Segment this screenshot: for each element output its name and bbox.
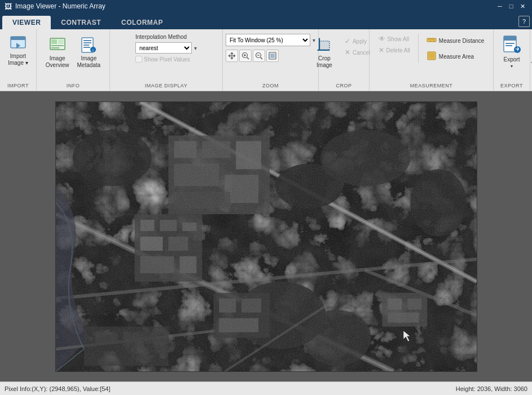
svg-rect-7 [51, 47, 59, 48]
metadata-label: ImageMetadata [77, 55, 100, 69]
import-items: ImportImage ▾ [5, 32, 32, 90]
svg-rect-85 [56, 102, 477, 371]
pan-icon-button[interactable] [226, 50, 238, 62]
delete-all-label: Delete All [386, 47, 410, 54]
interpolation-row: nearest bilinear bicubic ▾ [135, 42, 197, 54]
show-pixel-checkbox[interactable] [135, 56, 142, 63]
interpolation-area: Interpolation Method nearest bilinear bi… [133, 32, 199, 74]
cancel-label: Cancel [353, 50, 370, 56]
app-icon: 🖼 [5, 2, 12, 11]
interpolation-select[interactable]: nearest bilinear bicubic [135, 42, 192, 54]
title-bar-controls: ─ □ ✕ [495, 2, 527, 11]
cancel-button[interactable]: ✕ Cancel [341, 47, 373, 57]
show-pixel-values-row: Show Pixel Values [135, 56, 197, 63]
pixel-info: Pixel Info:(X,Y): (2948,965), Value:[54] [5, 385, 111, 392]
svg-rect-5 [58, 39, 64, 44]
svg-rect-12 [83, 47, 90, 48]
cancel-x-icon: ✕ [345, 48, 350, 56]
overview-icon [49, 36, 67, 54]
measurement-section: 👁 Show All ✕ Delete All [370, 29, 494, 91]
info-buttons: ImageOverview i ImageMetadata [42, 32, 104, 82]
measure-distance-button[interactable]: Measure Distance [423, 34, 488, 47]
tab-colormap[interactable]: COLORMAP [111, 16, 173, 29]
svg-rect-6 [51, 45, 64, 46]
delete-all-button[interactable]: ✕ Delete All [375, 45, 414, 55]
tab-viewer[interactable]: VIEWER [2, 16, 51, 29]
show-all-label: Show All [388, 36, 409, 42]
info-section: ImageOverview i ImageMetadata IN [37, 29, 110, 91]
apply-label: Apply [353, 38, 367, 45]
svg-rect-37 [504, 36, 516, 41]
title-bar: 🖼 Image Viewer - Numeric Array ─ □ ✕ [0, 0, 532, 12]
measure-area-icon [427, 51, 437, 62]
title-bar-left: 🖼 Image Viewer - Numeric Array [5, 2, 105, 11]
main-area [0, 91, 532, 381]
ruler-icon [427, 35, 437, 46]
apply-button[interactable]: ✓ Apply [341, 36, 373, 46]
export-button[interactable]: Export ▾ [497, 32, 526, 80]
interpolation-label: Interpolation Method [135, 34, 197, 40]
close-button[interactable]: ✕ [517, 2, 527, 11]
help-button[interactable]: ? [518, 16, 530, 27]
import-image-button[interactable]: ImportImage ▾ [5, 32, 32, 69]
svg-text:i: i [93, 48, 94, 53]
dropdown-arrow-icon: ▾ [194, 45, 197, 51]
image-container [55, 101, 477, 372]
zoom-out-button[interactable] [253, 50, 265, 62]
export-label: Export [504, 56, 520, 63]
delete-x-icon: ✕ [379, 46, 384, 54]
crop-image-button[interactable]: CropImage [312, 34, 337, 71]
measure-area-button[interactable]: Measure Area [423, 50, 488, 63]
svg-rect-35 [429, 53, 434, 59]
image-display-label: IMAGE DISPLAY [110, 83, 222, 88]
crop-section: CropImage ✓ Apply ✕ Cancel CROP [319, 29, 370, 91]
show-all-button[interactable]: 👁 Show All [375, 34, 414, 44]
show-pixel-label: Show Pixel Values [144, 56, 190, 63]
aerial-image [56, 102, 477, 371]
svg-rect-28 [319, 41, 329, 50]
fit-window-button[interactable] [266, 50, 279, 62]
svg-line-16 [247, 57, 249, 60]
zoom-area: Fit To Window (25 %) 25% 50% 75% 100% 20… [223, 32, 318, 73]
info-section-label: INFO [37, 83, 109, 88]
svg-rect-9 [83, 40, 91, 41]
svg-rect-23 [270, 54, 275, 58]
svg-rect-1 [11, 37, 25, 40]
status-bar: Pixel Info:(X,Y): (2948,965), Value:[54]… [0, 381, 532, 395]
overview-label: ImageOverview [46, 55, 69, 69]
crop-section-label: CROP [319, 83, 369, 88]
metadata-icon: i [80, 36, 98, 54]
import-section: ImportImage ▾ IMPORT [0, 29, 37, 91]
export-icon [502, 34, 522, 55]
app-title: Image Viewer - Numeric Array [15, 2, 105, 10]
crop-icon [315, 36, 333, 54]
eye-icon: 👁 [379, 35, 385, 43]
image-metadata-button[interactable]: i ImageMetadata [73, 34, 104, 71]
tab-bar: VIEWER CONTRAST COLORMAP ? [0, 12, 532, 29]
zoom-row: Fit To Window (25 %) 25% 50% 75% 100% 20… [226, 34, 315, 46]
export-section-label: EXPORT [494, 83, 530, 88]
minimize-button[interactable]: ─ [495, 2, 505, 11]
zoom-in-button[interactable] [239, 50, 252, 62]
svg-rect-10 [83, 42, 91, 43]
zoom-select[interactable]: Fit To Window (25 %) 25% 50% 75% 100% 20… [226, 34, 310, 46]
tab-contrast[interactable]: CONTRAST [51, 16, 111, 29]
image-display-section: Interpolation Method nearest bilinear bi… [110, 29, 223, 91]
ribbon: ImportImage ▾ IMPORT ImageOverview [0, 29, 532, 91]
measurement-section-label: MEASUREMENT [370, 83, 493, 88]
export-section: Export ▾ EXPORT [494, 29, 530, 91]
import-label: ImportImage ▾ [8, 53, 28, 66]
image-dimensions: Height: 2036, Width: 3060 [456, 385, 527, 392]
svg-rect-4 [51, 39, 57, 44]
measure-distance-label: Measure Distance [439, 38, 485, 44]
apply-checkmark-icon: ✓ [345, 37, 350, 45]
import-icon [9, 34, 27, 52]
zoom-section-label: ZOOM [223, 83, 318, 88]
maximize-button[interactable]: □ [506, 2, 516, 11]
zoom-icons [226, 50, 315, 62]
crop-label: CropImage [316, 55, 332, 69]
image-overview-button[interactable]: ImageOverview [42, 34, 73, 71]
zoom-section: Fit To Window (25 %) 25% 50% 75% 100% 20… [223, 29, 319, 91]
svg-rect-38 [505, 43, 515, 44]
measure-area-label: Measure Area [439, 54, 474, 60]
